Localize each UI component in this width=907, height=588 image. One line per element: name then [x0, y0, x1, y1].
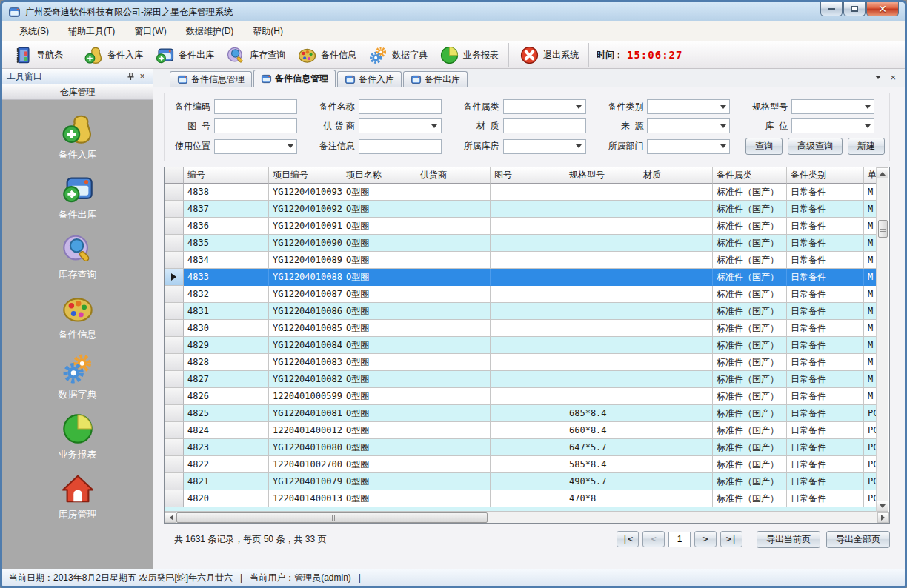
table-row[interactable]: 4826 1220401000599 O型圈 标准件（国产） 日常备件: [165, 388, 876, 405]
tab-list-dropdown-icon[interactable]: [875, 76, 881, 82]
cell-drawing-no[interactable]: [491, 490, 565, 507]
cell-material[interactable]: [639, 490, 713, 507]
cell-supplier[interactable]: [416, 371, 491, 388]
document-tab[interactable]: 备件信息管理: [253, 70, 336, 87]
cell-type[interactable]: 日常备件: [787, 371, 864, 388]
field-input[interactable]: [647, 118, 730, 133]
cell-unit[interactable]: M: [864, 235, 876, 252]
cell-id[interactable]: 4831: [184, 303, 269, 320]
cell-drawing-no[interactable]: [491, 456, 565, 473]
cell-spec[interactable]: [565, 388, 639, 405]
cell-category[interactable]: 标准件（国产）: [713, 490, 787, 507]
row-selector[interactable]: [165, 422, 184, 439]
cell-id[interactable]: 4821: [184, 473, 269, 490]
row-selector[interactable]: [165, 456, 184, 473]
row-selector[interactable]: [165, 388, 184, 405]
cell-project-name[interactable]: O型圈: [342, 286, 416, 303]
cell-supplier[interactable]: [416, 473, 491, 490]
cell-project-code[interactable]: 1220401400012: [269, 422, 342, 439]
cell-supplier[interactable]: [416, 252, 491, 269]
cell-drawing-no[interactable]: [491, 184, 565, 201]
cell-type[interactable]: 日常备件: [787, 388, 864, 405]
cell-project-code[interactable]: YG12204010092: [269, 201, 342, 218]
cell-unit[interactable]: M: [864, 354, 876, 371]
table-row[interactable]: 4834 YG12204010089 O型圈 标准件（国产） 日常备件: [165, 252, 876, 269]
cell-category[interactable]: 标准件（国产）: [713, 235, 787, 252]
cell-category[interactable]: 标准件（国产）: [713, 388, 787, 405]
cell-category[interactable]: 标准件（国产）: [713, 320, 787, 337]
export-all-pages-button[interactable]: 导出全部页: [826, 531, 890, 548]
scroll-up-button[interactable]: [877, 167, 888, 178]
sidebar-item[interactable]: 业务报表: [59, 412, 97, 461]
menu-item[interactable]: 系统(S): [10, 22, 59, 41]
column-header[interactable]: 规格型号: [565, 167, 639, 184]
cell-project-name[interactable]: O型圈: [342, 235, 416, 252]
cell-spec[interactable]: [565, 252, 639, 269]
cell-spec[interactable]: [565, 184, 639, 201]
cell-category[interactable]: 标准件（国产）: [713, 269, 787, 286]
sidebar-item[interactable]: 备件信息: [59, 292, 97, 341]
cell-type[interactable]: 日常备件: [787, 354, 864, 371]
cell-supplier[interactable]: [416, 439, 491, 456]
cell-id[interactable]: 4833: [184, 269, 269, 286]
cell-project-name[interactable]: O型圈: [342, 320, 416, 337]
cell-unit[interactable]: PC: [864, 439, 876, 456]
cell-category[interactable]: 标准件（国产）: [713, 371, 787, 388]
cell-type[interactable]: 日常备件: [787, 235, 864, 252]
sidebar-item[interactable]: 数据字典: [59, 352, 97, 401]
page-input[interactable]: [668, 532, 691, 547]
cell-supplier[interactable]: [416, 388, 491, 405]
export-current-page-button[interactable]: 导出当前页: [757, 531, 820, 548]
cell-material[interactable]: [639, 405, 713, 422]
cell-unit[interactable]: M: [864, 218, 876, 235]
cell-project-name[interactable]: O型圈: [342, 218, 416, 235]
cell-project-name[interactable]: O型圈: [342, 473, 416, 490]
cell-category[interactable]: 标准件（国产）: [713, 252, 787, 269]
cell-id[interactable]: 4830: [184, 320, 269, 337]
first-page-button[interactable]: |<: [617, 531, 639, 547]
row-selector[interactable]: [165, 218, 184, 235]
cell-drawing-no[interactable]: [491, 388, 565, 405]
toolbar-button[interactable]: 备件入库: [78, 43, 149, 67]
row-selector[interactable]: [165, 184, 184, 201]
tab-close-icon[interactable]: ×: [890, 73, 896, 82]
query-button[interactable]: 查询: [745, 138, 783, 155]
menu-item[interactable]: 帮助(H): [243, 22, 293, 41]
prev-page-button[interactable]: <: [642, 531, 665, 547]
cell-type[interactable]: 日常备件: [787, 286, 864, 303]
cell-category[interactable]: 标准件（国产）: [713, 286, 787, 303]
cell-project-code[interactable]: YG12204010087: [269, 286, 342, 303]
table-row[interactable]: 4835 YG12204010090 O型圈 标准件（国产） 日常备件: [165, 235, 876, 252]
toolbar-button[interactable]: 业务报表: [433, 43, 509, 67]
cell-id[interactable]: 4822: [184, 456, 269, 473]
cell-material[interactable]: [639, 286, 713, 303]
table-row[interactable]: 4821 YG12204010079 O型圈 490*5.7 标准件（国产）: [165, 473, 876, 490]
cell-material[interactable]: [639, 269, 713, 286]
cell-category[interactable]: 标准件（国产）: [713, 473, 787, 490]
table-row[interactable]: 4824 1220401400012 O型圈 660*8.4 标准件（国产）: [165, 422, 876, 439]
table-row[interactable]: 4822 1220401002700 O型圈 585*8.4 标准件（国产）: [165, 456, 876, 473]
next-page-button[interactable]: >: [694, 531, 717, 547]
cell-supplier[interactable]: [416, 405, 491, 422]
last-page-button[interactable]: >|: [720, 531, 742, 547]
field-input[interactable]: [503, 99, 586, 114]
cell-drawing-no[interactable]: [491, 422, 565, 439]
cell-spec[interactable]: 647*5.7: [565, 439, 639, 456]
cell-supplier[interactable]: [416, 337, 491, 354]
cell-material[interactable]: [639, 388, 713, 405]
field-input[interactable]: [214, 139, 297, 154]
table-row[interactable]: 4820 1220401400013 O型圈 470*8 标准件（国产）: [165, 490, 876, 507]
cell-project-code[interactable]: YG12204010091: [269, 218, 342, 235]
vertical-scroll-thumb[interactable]: [878, 220, 888, 238]
field-input[interactable]: [359, 139, 442, 154]
cell-unit[interactable]: M: [864, 388, 876, 405]
cell-drawing-no[interactable]: [491, 218, 565, 235]
cell-project-code[interactable]: 1220401400013: [269, 490, 342, 507]
cell-project-code[interactable]: YG12204010083: [269, 354, 342, 371]
cell-unit[interactable]: M: [864, 269, 876, 286]
cell-spec[interactable]: 585*8.4: [565, 456, 639, 473]
cell-drawing-no[interactable]: [491, 337, 565, 354]
cell-project-name[interactable]: O型圈: [342, 269, 416, 286]
cell-unit[interactable]: M: [864, 184, 876, 201]
cell-project-code[interactable]: 1220401002700: [269, 456, 342, 473]
